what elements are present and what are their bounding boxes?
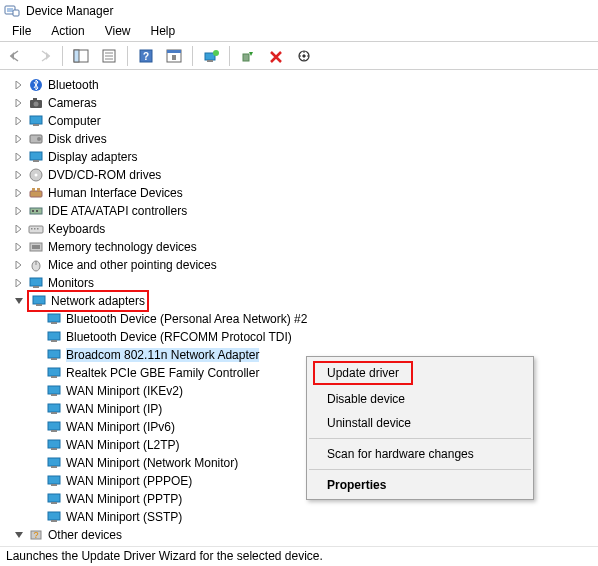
tree-label: Realtek PCIe GBE Family Controller [66,366,259,380]
svg-rect-56 [51,376,57,378]
network-adapter-icon [31,293,47,309]
svg-rect-39 [34,228,36,230]
svg-rect-47 [33,296,45,304]
svg-rect-59 [48,404,60,412]
forward-button[interactable] [32,45,56,67]
svg-rect-22 [33,98,37,100]
svg-rect-57 [48,386,60,394]
svg-rect-60 [51,412,57,414]
tree-item-mice[interactable]: Mice and other pointing devices [8,256,598,274]
svg-rect-28 [33,160,39,162]
context-menu: Update driver Disable device Uninstall d… [306,356,534,500]
tree-label: Computer [48,114,101,128]
help-button[interactable]: ? [134,45,158,67]
menu-help[interactable]: Help [141,22,186,41]
tree-label: Cameras [48,96,97,110]
collapse-arrow-icon[interactable] [14,296,24,306]
menu-action[interactable]: Action [41,22,94,41]
tree-label: Display adapters [48,150,137,164]
camera-icon [28,95,44,111]
svg-point-16 [213,50,219,56]
expand-arrow-icon[interactable] [14,80,24,90]
collapse-arrow-icon[interactable] [14,530,24,540]
svg-rect-17 [243,54,249,61]
expand-arrow-icon[interactable] [14,134,24,144]
tree-item-bt-rfcomm[interactable]: Bluetooth Device (RFCOMM Protocol TDI) [26,328,598,346]
monitor-icon [28,275,44,291]
properties-button[interactable] [97,45,121,67]
tree-item-dvd[interactable]: DVD/CD-ROM drives [8,166,598,184]
menu-view[interactable]: View [95,22,141,41]
back-button[interactable] [4,45,28,67]
network-adapter-icon [46,383,62,399]
expand-arrow-icon[interactable] [14,260,24,270]
tree-label: WAN Miniport (PPPOE) [66,474,192,488]
network-adapter-icon [46,509,62,525]
tree-item-computer[interactable]: Computer [8,112,598,130]
context-menu-disable-device[interactable]: Disable device [307,387,533,411]
svg-rect-58 [51,394,57,396]
bluetooth-icon [28,77,44,93]
tree-item-cameras[interactable]: Cameras [8,94,598,112]
tree-label: Human Interface Devices [48,186,183,200]
tree-item-ide[interactable]: IDE ATA/ATAPI controllers [8,202,598,220]
svg-rect-24 [33,124,39,126]
tree-label: WAN Miniport (Network Monitor) [66,456,238,470]
uninstall-device-button[interactable] [264,45,288,67]
tree-item-memory-tech[interactable]: Memory technology devices [8,238,598,256]
expand-arrow-icon[interactable] [14,224,24,234]
menu-file[interactable]: File [2,22,41,41]
tree-item-other-devices[interactable]: ? Other devices [8,526,598,540]
svg-rect-1 [7,8,13,12]
context-menu-update-driver[interactable]: Update driver [313,361,413,385]
tree-label: Bluetooth [48,78,99,92]
context-menu-scan-hardware[interactable]: Scan for hardware changes [307,442,533,466]
context-menu-uninstall-device[interactable]: Uninstall device [307,411,533,435]
enable-device-button[interactable] [236,45,260,67]
context-menu-properties[interactable]: Properties [307,473,533,497]
svg-rect-31 [30,191,42,197]
expand-arrow-icon[interactable] [14,242,24,252]
expand-arrow-icon[interactable] [14,152,24,162]
svg-point-21 [34,102,39,107]
tree-label: WAN Miniport (L2TP) [66,438,180,452]
action-button[interactable] [162,45,186,67]
svg-rect-13 [172,55,176,60]
svg-rect-48 [36,304,42,306]
expand-arrow-icon[interactable] [14,278,24,288]
svg-rect-46 [33,286,39,288]
expand-arrow-icon[interactable] [14,188,24,198]
expand-arrow-icon[interactable] [14,206,24,216]
tree-item-disk-drives[interactable]: Disk drives [8,130,598,148]
network-adapter-icon [46,311,62,327]
scan-hardware-button[interactable] [292,45,316,67]
show-hide-console-tree-button[interactable] [69,45,93,67]
expand-arrow-icon[interactable] [14,170,24,180]
expand-arrow-icon[interactable] [14,98,24,108]
ide-controller-icon [28,203,44,219]
tree-item-display-adapters[interactable]: Display adapters [8,148,598,166]
tree-item-wan-sstp[interactable]: WAN Miniport (SSTP) [26,508,598,526]
mouse-icon [28,257,44,273]
tree-item-hid[interactable]: Human Interface Devices [8,184,598,202]
tree-item-bluetooth[interactable]: Bluetooth [8,76,598,94]
svg-point-26 [37,137,41,141]
network-adapter-icon [46,455,62,471]
svg-rect-71 [48,512,60,520]
tree-label: WAN Miniport (IP) [66,402,162,416]
tree-item-network-adapters[interactable]: Network adapters [8,292,598,310]
keyboard-icon [28,221,44,237]
network-adapter-icon [46,437,62,453]
svg-rect-72 [51,520,57,522]
svg-rect-62 [51,430,57,432]
tree-item-keyboards[interactable]: Keyboards [8,220,598,238]
menu-bar: File Action View Help [0,22,598,42]
svg-rect-38 [31,228,33,230]
context-menu-separator [309,438,531,439]
tree-label: Bluetooth Device (RFCOMM Protocol TDI) [66,330,292,344]
svg-rect-65 [48,458,60,466]
tree-item-bt-pan[interactable]: Bluetooth Device (Personal Area Network)… [26,310,598,328]
update-driver-toolbar-button[interactable] [199,45,223,67]
expand-arrow-icon[interactable] [14,116,24,126]
network-adapter-icon [46,401,62,417]
